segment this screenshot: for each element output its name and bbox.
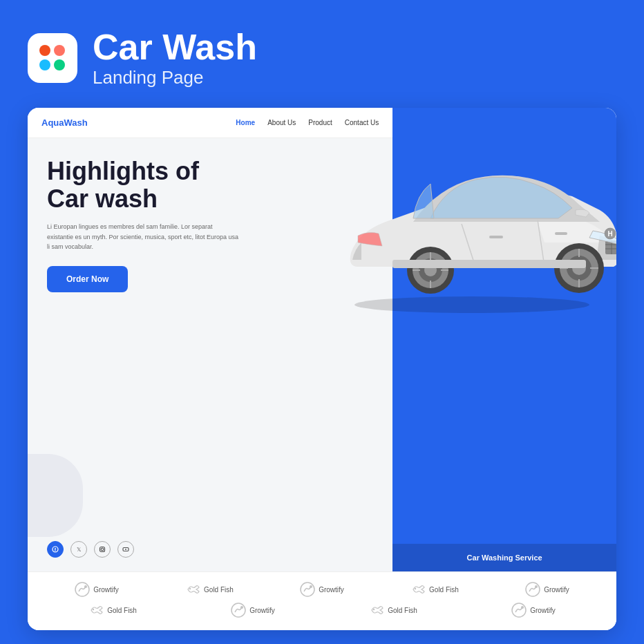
svg-marker-6 bbox=[125, 549, 127, 550]
brand-growtify-1: Growtify bbox=[75, 582, 119, 597]
svg-point-47 bbox=[512, 603, 526, 617]
brand-goldfish-4: Gold Fish bbox=[369, 603, 417, 618]
svg-point-38 bbox=[301, 583, 314, 596]
headline-line2: Car wash bbox=[47, 184, 158, 213]
social-icon-instagram[interactable] bbox=[94, 541, 111, 558]
svg-point-35 bbox=[75, 583, 89, 596]
page-subtitle: Landing Page bbox=[93, 67, 257, 88]
nav-logo: AquaWash bbox=[41, 117, 236, 128]
decorative-blob bbox=[28, 454, 83, 537]
goldfish-icon-3 bbox=[88, 603, 104, 618]
social-icon-youtube[interactable] bbox=[117, 541, 134, 558]
goldfish-icon-2 bbox=[410, 582, 426, 597]
website-mockup: AquaWash Home About Us Product Contact U… bbox=[28, 108, 616, 571]
brand-name-growtify-1: Growtify bbox=[93, 586, 119, 594]
brands-row-2: Gold Fish Growtify Gold Fish bbox=[41, 603, 603, 618]
svg-point-46 bbox=[373, 609, 375, 610]
figma-icon bbox=[28, 33, 77, 83]
growtify-icon-5 bbox=[511, 603, 527, 618]
svg-point-39 bbox=[310, 585, 312, 588]
hero-body-text: Li Europan lingues es membres del sam fa… bbox=[47, 222, 240, 252]
brand-name-goldfish-1: Gold Fish bbox=[204, 586, 234, 594]
svg-point-42 bbox=[535, 585, 538, 588]
order-now-button[interactable]: Order Now bbox=[47, 266, 128, 292]
svg-point-36 bbox=[84, 585, 87, 588]
page-wrapper: Car Wash Landing Page AquaWash Home Abou… bbox=[0, 0, 644, 644]
svg-point-4 bbox=[101, 548, 104, 551]
svg-text:𝕏: 𝕏 bbox=[77, 547, 82, 553]
brand-goldfish-2: Gold Fish bbox=[410, 582, 459, 597]
svg-point-44 bbox=[231, 603, 245, 617]
social-icon-facebook[interactable]: f bbox=[47, 541, 64, 558]
social-icons-row: f 𝕏 bbox=[28, 530, 392, 571]
svg-point-48 bbox=[521, 606, 524, 609]
brand-growtify-4: Growtify bbox=[231, 603, 275, 618]
brand-growtify-3: Growtify bbox=[525, 582, 569, 597]
brand-name-goldfish-4: Gold Fish bbox=[388, 607, 417, 614]
brand-name-goldfish-2: Gold Fish bbox=[429, 586, 459, 594]
svg-point-43 bbox=[93, 609, 94, 610]
svg-text:f: f bbox=[55, 547, 57, 552]
svg-rect-16 bbox=[489, 236, 503, 238]
brand-name-growtify-5: Growtify bbox=[530, 607, 556, 614]
goldfish-icon-1 bbox=[185, 582, 200, 597]
brands-row-1: Growtify Gold Fish Growtify bbox=[41, 582, 603, 597]
main-card: AquaWash Home About Us Product Contact U… bbox=[28, 108, 616, 630]
growtify-icon-3 bbox=[525, 582, 540, 597]
growtify-icon-2 bbox=[300, 582, 315, 597]
svg-point-7 bbox=[354, 296, 589, 313]
svg-point-45 bbox=[240, 606, 243, 609]
svg-point-41 bbox=[526, 583, 540, 596]
headline-line1: Highlights of bbox=[47, 157, 199, 185]
social-icon-twitter[interactable]: 𝕏 bbox=[70, 541, 87, 558]
goldfish-icon-4 bbox=[369, 603, 384, 618]
brands-section: Growtify Gold Fish Growtify bbox=[28, 571, 616, 630]
brand-growtify-2: Growtify bbox=[300, 582, 344, 597]
car-washing-service-label: Car Washing Service bbox=[392, 544, 616, 571]
brand-goldfish-1: Gold Fish bbox=[185, 582, 234, 597]
svg-text:H: H bbox=[608, 230, 613, 238]
svg-point-37 bbox=[189, 588, 191, 589]
svg-rect-17 bbox=[555, 232, 567, 235]
nav-link-home[interactable]: Home bbox=[236, 119, 255, 126]
brand-name-goldfish-3: Gold Fish bbox=[107, 607, 137, 614]
page-title: Car Wash bbox=[93, 28, 257, 67]
right-section: H bbox=[392, 108, 616, 571]
growtify-icon-4 bbox=[231, 603, 246, 618]
brand-name-growtify-4: Growtify bbox=[249, 607, 275, 614]
car-image: H bbox=[323, 122, 616, 329]
svg-rect-34 bbox=[392, 260, 586, 268]
svg-rect-3 bbox=[100, 547, 105, 552]
nav-link-about[interactable]: About Us bbox=[267, 119, 296, 126]
svg-point-40 bbox=[415, 588, 416, 589]
brand-name-growtify-2: Growtify bbox=[319, 586, 344, 594]
brand-name-growtify-3: Growtify bbox=[544, 586, 569, 594]
brand-goldfish-3: Gold Fish bbox=[88, 603, 137, 618]
growtify-icon-1 bbox=[75, 582, 90, 597]
header-section: Car Wash Landing Page bbox=[28, 28, 616, 88]
header-text-group: Car Wash Landing Page bbox=[93, 28, 257, 88]
brand-growtify-5: Growtify bbox=[511, 603, 556, 618]
